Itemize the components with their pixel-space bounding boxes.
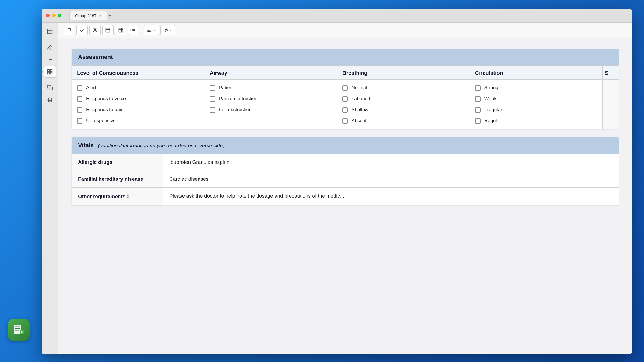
grid-tool-button[interactable] [115,25,126,35]
titlebar: Group 2187 × + [42,9,632,23]
checkbox-alert[interactable] [77,85,82,91]
tab-group2187[interactable]: Group 2187 × [69,11,107,20]
checkbox-partial[interactable] [210,96,215,102]
col-breathing-header: Breathing [337,66,470,80]
col-circulation-header: Circulation [470,66,602,80]
maximize-button[interactable] [58,14,61,17]
checkbox-patient[interactable] [210,85,215,91]
list-item: Regular [470,115,602,126]
traffic-lights [46,14,61,17]
svg-rect-12 [50,72,52,74]
list-item: Responds to voice [72,93,204,104]
record-icon [92,28,98,33]
checkbox-responds-pain[interactable] [77,107,82,113]
assessment-columns: Level of Consciousness Alert Responds to… [72,65,619,129]
chevron-down-icon [153,29,156,32]
list-item: Shallow [337,104,470,115]
sidebar-icon-book[interactable] [44,26,56,37]
text-icon-sub: I [70,29,71,32]
vitals-table: Vitals (additional information maybe rec… [72,137,619,205]
list-item: Partial obstruction [204,93,337,104]
col-consciousness: Level of Consciousness Alert Responds to… [72,66,204,129]
checkbox-normal[interactable] [342,85,348,91]
checkbox-absent[interactable] [342,118,348,124]
col-airway: Airway Patient Partial obstruction [204,66,337,129]
sidebar-divider-1 [46,39,54,39]
list-tool-button[interactable] [102,25,114,35]
content-area: Assessment Level of Consciousness Al [58,38,632,354]
list-item: Absent [337,115,470,126]
col-airway-items: Patient Partial obstruction Full obstruc… [204,80,337,118]
checkbox-regular[interactable] [475,118,481,124]
checkbox-shallow[interactable] [342,107,348,113]
col-consciousness-items: Alert Responds to voice Responds to pain [72,80,204,129]
checkbox-full[interactable] [210,107,215,113]
ok-button[interactable]: OK [128,25,138,35]
sidebar-divider-2 [46,80,54,80]
list-item: Laboued [337,93,470,104]
svg-rect-13 [49,87,52,90]
toolbar-divider-1 [141,26,141,34]
record-tool-button[interactable] [89,25,101,35]
vitals-label-other: Other requirements： [72,188,163,205]
checkbox-tool-button[interactable] [76,25,88,35]
toolbar: T I [58,23,632,38]
close-button[interactable] [46,14,50,17]
main-window: Group 2187 × + [42,9,632,354]
tools-chevron-icon [169,29,173,32]
checkbox-weak[interactable] [475,96,481,102]
align-dropdown[interactable] [144,25,159,35]
vitals-label-hereditary: Familial hereditary disease [72,171,163,187]
col-breathing: Breathing Normal Laboued [337,66,470,129]
main-area: T I [42,23,632,354]
list-item: Alert [72,82,204,93]
tab-add-button[interactable]: + [108,13,112,18]
list-item: Normal [337,82,470,93]
col-circulation-items: Strong Weak Irregular [470,80,602,129]
svg-rect-11 [47,72,49,74]
assessment-header: Assessment [72,49,619,65]
minimize-button[interactable] [52,14,56,17]
vitals-value-other: Please ask the doctor to help note the d… [163,188,619,205]
list-item: Weak [470,93,602,104]
text-tool-button[interactable]: T I [64,25,75,35]
svg-rect-10 [50,70,52,71]
checkbox-strong[interactable] [475,85,481,91]
checkbox-unresponsive[interactable] [77,118,82,124]
svg-point-16 [94,29,96,31]
vitals-title: Vitals [78,142,94,149]
svg-rect-20 [119,28,123,32]
col-partial-header: S [603,66,619,80]
checkbox-responds-voice[interactable] [77,96,82,102]
assessment-title: Assessment [78,54,113,60]
tab-close-icon[interactable]: × [99,14,101,18]
tab-area: Group 2187 × + [69,11,112,20]
sidebar-icon-grid[interactable] [44,66,56,77]
list-item: Responds to pain [72,104,204,115]
list-item: Patient [204,82,337,93]
vitals-row-other: Other requirements： Please ask the docto… [72,187,619,205]
vitals-label-allergic: Allergic drugs [72,154,163,171]
col-circulation: Circulation Strong Weak [470,66,603,129]
app-icon[interactable] [8,319,30,341]
align-icon [147,28,152,33]
sidebar [42,23,58,354]
app-icon-symbol [13,323,25,337]
col-breathing-items: Normal Laboued Shallow [337,80,470,129]
checkbox-irregular[interactable] [475,107,481,113]
svg-rect-9 [47,70,49,71]
svg-rect-17 [106,28,110,32]
tab-label: Group 2187 [75,13,96,18]
list-item: Full obstruction [204,104,337,115]
tools-dropdown[interactable] [160,25,175,35]
svg-rect-0 [47,29,52,34]
tools-icon [163,28,168,33]
sidebar-icon-pen[interactable] [44,42,56,53]
vitals-row-hereditary: Familial hereditary disease Cardiac dise… [72,171,619,187]
checkbox-icon [79,28,85,33]
grid-icon [118,28,123,33]
sidebar-icon-copy[interactable] [44,82,56,93]
sidebar-icon-list[interactable] [44,54,56,65]
sidebar-icon-layers[interactable] [44,94,56,106]
checkbox-laboued[interactable] [342,96,348,102]
